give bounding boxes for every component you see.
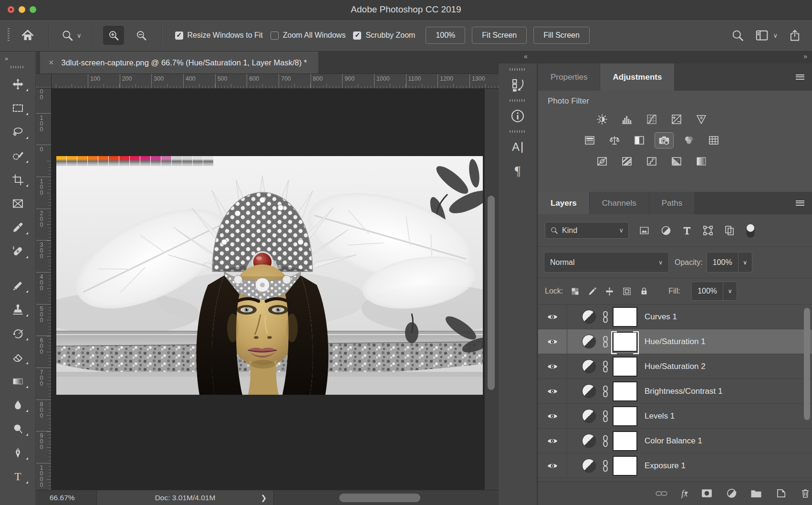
vertical-ruler[interactable]: 20010001002003004005006007008009001000 (36, 89, 52, 490)
layer-row[interactable]: Exposure 1 (538, 453, 812, 478)
layer-row[interactable]: Levels 1 (538, 404, 812, 429)
panel-grip[interactable] (510, 130, 526, 133)
adjustment-invert-icon[interactable] (593, 154, 611, 169)
horizontal-ruler[interactable]: 1002003004005006007008009001000110012001… (52, 74, 499, 89)
layer-name[interactable]: Color Balance 1 (645, 436, 702, 446)
filter-type-layer-icon[interactable] (682, 225, 692, 236)
mask-link-icon[interactable] (602, 385, 609, 398)
adjustment-layer-thumbnail[interactable] (583, 310, 595, 323)
tool-object-selection[interactable] (0, 144, 36, 168)
adjustment-layer-thumbnail[interactable] (583, 459, 595, 472)
workspace-switcher[interactable]: ∨ (755, 28, 778, 42)
tool-dodge[interactable] (0, 417, 36, 441)
mask-link-icon[interactable] (602, 460, 609, 472)
layer-mask-thumbnail[interactable] (614, 333, 636, 351)
options-checkbox[interactable]: Zoom All Windows (271, 31, 346, 40)
zoom-in-button[interactable] (103, 26, 124, 45)
document-image[interactable] (56, 156, 483, 395)
adjustment-threshold-icon[interactable] (643, 154, 661, 169)
lock-transparency-icon[interactable] (570, 286, 580, 296)
info-panel-button[interactable] (508, 106, 527, 126)
zoom-100-button[interactable]: 100% (426, 27, 465, 44)
filter-adjustment-layer-icon[interactable] (660, 225, 672, 236)
adjustment-vibrance-icon[interactable] (692, 112, 710, 127)
panel-grip[interactable] (510, 99, 526, 102)
tool-rectangular-marquee[interactable] (0, 96, 36, 120)
mask-link-icon[interactable] (602, 336, 609, 348)
layer-mask-thumbnail[interactable] (614, 382, 636, 400)
adjustment-channel-mixer-icon[interactable] (680, 133, 698, 148)
layer-name[interactable]: Levels 1 (645, 411, 675, 421)
collapse-panels-icon[interactable]: « (524, 53, 528, 60)
document-tab[interactable]: × 3dlut-screen-capture.png @ 66.7% (Hue/… (40, 52, 318, 74)
adjustment-hue-saturation-icon[interactable] (581, 133, 599, 148)
layer-mask-thumbnail[interactable] (614, 308, 636, 326)
history-panel-button[interactable] (508, 75, 527, 95)
chevron-down-icon[interactable]: ∨ (723, 282, 737, 300)
search-icon[interactable] (731, 29, 744, 42)
chevron-down-icon[interactable]: ∨ (738, 252, 752, 272)
options-checkbox[interactable]: Resize Windows to Fit (175, 31, 263, 40)
link-layers-icon[interactable] (655, 489, 668, 498)
tool-clone-stamp[interactable] (0, 297, 36, 321)
options-checkbox[interactable]: Scrubby Zoom (353, 31, 415, 40)
tool-lasso[interactable] (0, 120, 36, 144)
tool-type[interactable]: T (0, 464, 36, 488)
tool-brush[interactable] (0, 274, 36, 297)
layer-visibility-cell[interactable] (538, 404, 567, 428)
tab-adjustments[interactable]: Adjustments (600, 63, 675, 91)
adjustment-layer-thumbnail[interactable] (583, 410, 595, 422)
layer-name[interactable]: Brightness/Contrast 1 (645, 387, 722, 396)
opacity-field[interactable]: 100% ∨ (707, 252, 752, 273)
adjustment-selective-color-icon[interactable] (692, 154, 710, 169)
layer-name[interactable]: Hue/Saturation 1 (645, 337, 706, 347)
tab-layers[interactable]: Layers (538, 192, 590, 214)
layer-visibility-cell[interactable] (538, 429, 567, 453)
layer-visibility-cell[interactable] (538, 329, 567, 354)
layer-row[interactable]: Color Balance 1 (538, 429, 812, 453)
new-adjustment-button[interactable]: ▾ (726, 488, 737, 499)
adjustment-levels-icon[interactable] (618, 112, 636, 127)
layer-row[interactable]: Curves 1 (538, 305, 812, 329)
tab-paths[interactable]: Paths (649, 192, 695, 214)
filter-toggle-icon[interactable] (745, 222, 756, 239)
paragraph-panel-button[interactable]: ¶ (508, 161, 527, 180)
zoom-tool-preset[interactable]: ∨ (59, 27, 83, 44)
lock-pixels-icon[interactable] (587, 286, 597, 296)
adjustment-color-balance-icon[interactable] (605, 133, 624, 148)
checkbox-icon[interactable] (353, 32, 361, 40)
mask-link-icon[interactable] (602, 360, 609, 373)
layer-mask-thumbnail[interactable] (614, 432, 636, 450)
status-expand-icon[interactable]: ❯ (260, 494, 267, 502)
layer-visibility-cell[interactable] (538, 305, 567, 329)
home-button[interactable] (16, 25, 39, 46)
panel-menu-icon[interactable] (796, 200, 804, 206)
status-doc-info[interactable]: Doc: 3.01M/4.01M ❯ (97, 490, 274, 505)
layer-visibility-cell[interactable] (538, 354, 567, 379)
tool-eyedropper[interactable] (0, 215, 36, 239)
lock-position-icon[interactable] (604, 286, 614, 296)
tab-properties[interactable]: Properties (538, 63, 600, 91)
new-group-icon[interactable] (750, 488, 762, 498)
layer-name[interactable]: Curves 1 (645, 312, 677, 322)
fill-screen-button[interactable]: Fill Screen (533, 27, 590, 44)
blend-mode-dropdown[interactable]: Normal ∨ (544, 252, 669, 273)
expand-panels-icon[interactable]: » (803, 53, 807, 60)
canvas-horizontal-scrollbar[interactable] (339, 494, 420, 502)
tool-spot-healing[interactable] (0, 239, 36, 263)
adjustment-gradient-map-icon[interactable] (667, 154, 686, 169)
adjustment-exposure-icon[interactable] (667, 112, 686, 127)
layer-name[interactable]: Exposure 1 (645, 461, 686, 471)
layer-mask-thumbnail[interactable] (614, 457, 636, 475)
tool-pen[interactable] (0, 441, 36, 464)
add-mask-icon[interactable] (701, 488, 713, 498)
share-icon[interactable] (788, 29, 802, 42)
character-panel-button[interactable]: A (508, 137, 527, 157)
tab-channels[interactable]: Channels (590, 192, 649, 214)
tool-move[interactable] (0, 72, 36, 96)
layer-row[interactable]: Brightness/Contrast 1 (538, 379, 812, 404)
ruler-corner[interactable] (36, 74, 52, 89)
layer-filter-kind-dropdown[interactable]: Kind ∨ (545, 222, 629, 239)
layer-visibility-cell[interactable] (538, 379, 567, 403)
mask-link-icon[interactable] (602, 311, 609, 323)
